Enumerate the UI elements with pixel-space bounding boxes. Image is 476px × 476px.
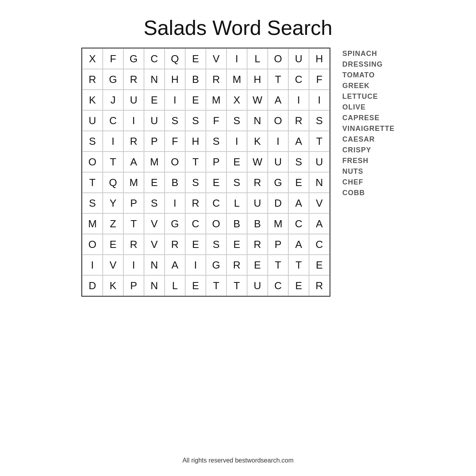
cell-10-9: T (268, 255, 288, 275)
cell-7-3: S (144, 193, 165, 213)
cell-11-4: L (165, 275, 185, 296)
word-search-grid: XFGCQEVILOUHRGRNHBRMHTCFKJUEIEMXWAIIUCIU… (81, 48, 330, 297)
cell-2-3: E (144, 90, 165, 110)
cell-8-10: C (288, 213, 309, 234)
cell-2-8: W (247, 90, 268, 110)
cell-9-8: R (247, 234, 268, 255)
cell-7-6: C (206, 193, 226, 213)
cell-0-9: O (268, 48, 288, 69)
cell-10-11: E (309, 255, 330, 275)
cell-0-8: L (247, 48, 268, 69)
cell-11-1: K (103, 275, 123, 296)
cell-5-11: U (309, 152, 330, 172)
cell-3-5: S (185, 110, 206, 131)
word-item-crispy: CRISPY (342, 146, 395, 154)
cell-1-9: T (268, 69, 288, 90)
cell-8-6: O (206, 213, 226, 234)
cell-11-5: E (185, 275, 206, 296)
word-item-tomato: TOMATO (342, 71, 395, 79)
word-item-olive: OLIVE (342, 103, 395, 111)
cell-6-6: E (206, 172, 226, 193)
cell-3-0: U (82, 110, 103, 131)
cell-0-11: H (309, 48, 330, 69)
cell-7-1: Y (103, 193, 123, 213)
cell-6-7: S (226, 172, 247, 193)
cell-2-10: I (288, 90, 309, 110)
cell-6-0: T (82, 172, 103, 193)
cell-9-2: R (123, 234, 144, 255)
cell-11-2: P (123, 275, 144, 296)
cell-11-0: D (82, 275, 103, 296)
cell-4-0: S (82, 131, 103, 152)
cell-7-5: R (185, 193, 206, 213)
cell-4-10: A (288, 131, 309, 152)
cell-6-9: G (268, 172, 288, 193)
cell-9-5: E (185, 234, 206, 255)
cell-0-10: U (288, 48, 309, 69)
cell-11-11: R (309, 275, 330, 296)
cell-2-2: U (123, 90, 144, 110)
cell-9-0: O (82, 234, 103, 255)
cell-2-1: J (103, 90, 123, 110)
cell-3-9: O (268, 110, 288, 131)
cell-1-8: H (247, 69, 268, 90)
cell-0-2: G (123, 48, 144, 69)
cell-1-7: M (226, 69, 247, 90)
cell-4-3: P (144, 131, 165, 152)
cell-9-9: P (268, 234, 288, 255)
word-item-cobb: COBB (342, 189, 395, 197)
cell-3-10: R (288, 110, 309, 131)
cell-1-0: R (82, 69, 103, 90)
cell-7-4: I (165, 193, 185, 213)
word-item-vinaigrette: VINAIGRETTE (342, 125, 395, 133)
cell-4-7: I (226, 131, 247, 152)
cell-8-4: G (165, 213, 185, 234)
cell-8-2: T (123, 213, 144, 234)
cell-5-5: T (185, 152, 206, 172)
cell-5-3: M (144, 152, 165, 172)
cell-10-4: A (165, 255, 185, 275)
cell-5-10: S (288, 152, 309, 172)
cell-0-6: V (206, 48, 226, 69)
cell-2-6: M (206, 90, 226, 110)
cell-2-9: A (268, 90, 288, 110)
cell-4-6: S (206, 131, 226, 152)
cell-3-7: S (226, 110, 247, 131)
footer-text: All rights reserved bestwordsearch.com (182, 457, 294, 476)
cell-4-8: K (247, 131, 268, 152)
word-item-lettuce: LETTUCE (342, 92, 395, 101)
cell-9-7: E (226, 234, 247, 255)
cell-0-4: Q (165, 48, 185, 69)
cell-8-9: M (268, 213, 288, 234)
cell-2-7: X (226, 90, 247, 110)
cell-10-0: I (82, 255, 103, 275)
cell-3-3: U (144, 110, 165, 131)
cell-11-8: U (247, 275, 268, 296)
cell-4-5: H (185, 131, 206, 152)
cell-1-3: N (144, 69, 165, 90)
cell-8-5: C (185, 213, 206, 234)
cell-7-9: D (268, 193, 288, 213)
cell-6-3: E (144, 172, 165, 193)
cell-8-7: B (226, 213, 247, 234)
cell-7-10: A (288, 193, 309, 213)
cell-11-3: N (144, 275, 165, 296)
cell-7-7: L (226, 193, 247, 213)
cell-3-6: F (206, 110, 226, 131)
cell-11-6: T (206, 275, 226, 296)
cell-2-0: K (82, 90, 103, 110)
cell-10-5: I (185, 255, 206, 275)
cell-3-11: S (309, 110, 330, 131)
cell-8-3: V (144, 213, 165, 234)
cell-9-10: A (288, 234, 309, 255)
cell-2-5: E (185, 90, 206, 110)
cell-7-2: P (123, 193, 144, 213)
word-item-dressing: DRESSING (342, 60, 395, 69)
cell-5-6: P (206, 152, 226, 172)
cell-10-6: G (206, 255, 226, 275)
cell-0-7: I (226, 48, 247, 69)
cell-6-8: R (247, 172, 268, 193)
cell-2-11: I (309, 90, 330, 110)
word-item-caprese: CAPRESE (342, 114, 395, 122)
cell-6-5: S (185, 172, 206, 193)
